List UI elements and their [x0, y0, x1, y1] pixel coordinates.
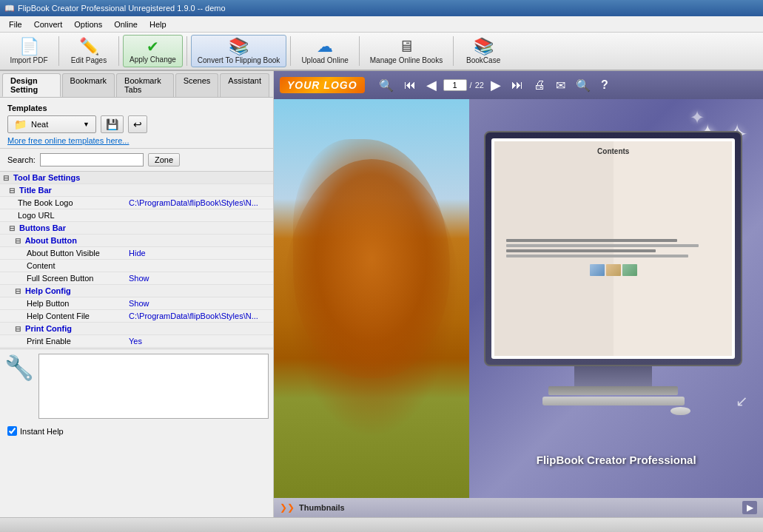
- search-preview-button[interactable]: 🔍: [572, 76, 594, 95]
- convert-label: Convert To Flipping Book: [198, 56, 280, 64]
- toolbar-separator-3: [186, 36, 187, 66]
- search-row: Search: Zone: [0, 149, 273, 172]
- monitor-container: Contents: [484, 131, 742, 418]
- import-pdf-icon: 📄: [19, 38, 39, 55]
- manage-online-button[interactable]: 🖥 Manage Online Books: [363, 35, 449, 67]
- more-templates-link[interactable]: More free online templates here...: [7, 136, 266, 145]
- thumbnails-label: Thumbnails: [299, 503, 345, 512]
- expand-icon-titlebar[interactable]: ⊟: [9, 186, 15, 195]
- menu-help[interactable]: Help: [144, 18, 172, 30]
- tree-subgroup-help: ⊟ Help Config: [0, 285, 273, 297]
- apply-change-button[interactable]: ✔ Apply Change: [123, 35, 183, 67]
- expand-icon-about[interactable]: ⊟: [15, 237, 21, 245]
- flip-book-label: FlipBook Creator Professional: [469, 454, 763, 466]
- tab-assistant[interactable]: Assistant: [220, 73, 269, 97]
- toolbar: 📄 Import PDF ✏️ Edit Pages ✔ Apply Chang…: [0, 33, 763, 71]
- keyboard: [542, 397, 685, 405]
- thumbnails-expand-icon[interactable]: ❯❯: [280, 502, 295, 513]
- monitor-stand: [574, 366, 652, 386]
- tree-item-content: Content: [0, 260, 273, 272]
- edit-pages-button[interactable]: ✏️ Edit Pages: [63, 35, 115, 67]
- last-page-button[interactable]: ⏭: [508, 76, 527, 94]
- template-row: 📁 Neat ▼ 💾 ↩: [7, 115, 266, 133]
- email-button[interactable]: ✉: [552, 76, 569, 95]
- zoom-in-button[interactable]: 🔍: [375, 76, 397, 95]
- help-content-value: C:\ProgramData\flipBook\Styles\N...: [126, 310, 273, 323]
- right-panel: YOUR LOGO 🔍 ⏮ ◀ / 22 ▶ ⏭ 🖨 ✉ 🔍 ?: [274, 71, 763, 517]
- status-bar: [0, 517, 763, 532]
- save-template-button[interactable]: 💾: [101, 115, 124, 133]
- convert-icon: 📚: [229, 38, 249, 55]
- panel-tabs: Design Setting Bookmark Bookmark Tabs Sc…: [0, 71, 273, 98]
- search-input[interactable]: [40, 153, 144, 166]
- left-panel: Design Setting Bookmark Bookmark Tabs Sc…: [0, 71, 274, 517]
- tree-item-book-logo: The Book Logo C:\ProgramData\flipBook\St…: [0, 197, 273, 209]
- prev-page-button[interactable]: ◀: [423, 75, 440, 95]
- zone-button[interactable]: Zone: [148, 153, 180, 166]
- import-pdf-label: Import PDF: [10, 56, 47, 64]
- settings-table: ⊟ Tool Bar Settings ⊟ Title Bar The Book…: [0, 172, 273, 349]
- mouse: [670, 407, 691, 416]
- bookcase-label: BookCase: [466, 56, 500, 64]
- upload-online-button[interactable]: ☁ Upload Online: [295, 35, 354, 67]
- sparkle-decoration-2: ✦: [690, 107, 705, 128]
- tab-design-setting[interactable]: Design Setting: [2, 73, 61, 97]
- tree-subgroup-buttons: ⊟ Buttons Bar: [0, 222, 273, 235]
- tree-item-print-enable: Print Enable Yes: [0, 335, 273, 348]
- menu-online[interactable]: Online: [108, 18, 144, 30]
- fullscreen-value: Show: [126, 272, 273, 285]
- first-page-button[interactable]: ⏮: [400, 76, 420, 94]
- template-dropdown[interactable]: 📁 Neat ▼: [7, 115, 96, 133]
- bookcase-button[interactable]: 📚 BookCase: [457, 35, 509, 67]
- help-section-icon: 🔧: [4, 354, 34, 382]
- help-button-value: Show: [126, 297, 273, 310]
- menu-file[interactable]: File: [3, 18, 28, 30]
- toolbar-separator-5: [359, 36, 360, 66]
- logo-area: YOUR LOGO: [280, 77, 365, 93]
- instant-help-checkbox[interactable]: [7, 426, 17, 436]
- search-label: Search:: [7, 155, 36, 164]
- preview-toolbar: YOUR LOGO 🔍 ⏮ ◀ / 22 ▶ ⏭ 🖨 ✉ 🔍 ?: [274, 71, 763, 99]
- instant-help-row: Instant Help: [0, 423, 273, 439]
- monitor-base: [548, 386, 678, 395]
- template-dropdown-arrow: ▼: [83, 121, 90, 128]
- tab-scenes[interactable]: Scenes: [175, 73, 219, 97]
- expand-icon-toolbar[interactable]: ⊟: [3, 174, 9, 182]
- expand-icon-help[interactable]: ⊟: [15, 287, 21, 295]
- tree-item-fullscreen: Full Screen Button Show: [0, 272, 273, 285]
- import-pdf-button[interactable]: 📄 Import PDF: [3, 35, 55, 67]
- reset-template-button[interactable]: ↩: [128, 115, 147, 133]
- expand-icon-buttons[interactable]: ⊟: [9, 224, 15, 232]
- current-page-input[interactable]: [443, 79, 467, 91]
- tab-bookmark[interactable]: Bookmark: [62, 73, 115, 97]
- menu-convert[interactable]: Convert: [28, 18, 69, 30]
- book-title-display: Contents: [597, 147, 629, 155]
- thumbnails-right-arrow[interactable]: ▶: [742, 501, 757, 514]
- apply-change-icon: ✔: [147, 39, 159, 54]
- help-section: 🔧: [0, 349, 273, 423]
- next-page-button[interactable]: ▶: [487, 75, 505, 95]
- about-visible-value: Hide: [126, 247, 273, 260]
- edit-pages-icon: ✏️: [79, 38, 99, 55]
- tree-item-help-button: Help Button Show: [0, 297, 273, 310]
- manage-label: Manage Online Books: [370, 56, 443, 64]
- app-title: FlipBook Creator Professional Unregister…: [18, 4, 226, 13]
- menu-options[interactable]: Options: [68, 18, 108, 30]
- toolbar-separator-4: [290, 36, 291, 66]
- convert-to-flipping-button[interactable]: 📚 Convert To Flipping Book: [191, 35, 287, 67]
- template-selected-value: Neat: [31, 120, 48, 129]
- edit-pages-label: Edit Pages: [71, 56, 107, 64]
- print-button[interactable]: 🖨: [530, 76, 549, 94]
- book-content-rows: [506, 237, 720, 260]
- page-separator: /: [470, 81, 472, 90]
- tree-group-toolbar: ⊟ Tool Bar Settings: [0, 172, 273, 184]
- toolbar-separator-2: [118, 36, 119, 66]
- expand-icon-print[interactable]: ⊟: [15, 325, 21, 333]
- template-icon: 📁: [14, 118, 27, 130]
- title-bar: 📖 FlipBook Creator Professional Unregist…: [0, 0, 763, 16]
- monitor-body: Contents: [484, 131, 742, 366]
- logo-text: YOUR LOGO: [287, 79, 357, 91]
- tree-subgroup-titlebar: ⊟ Title Bar: [0, 184, 273, 197]
- tab-bookmark-tabs[interactable]: Bookmark Tabs: [116, 73, 174, 97]
- help-preview-button[interactable]: ?: [597, 76, 612, 94]
